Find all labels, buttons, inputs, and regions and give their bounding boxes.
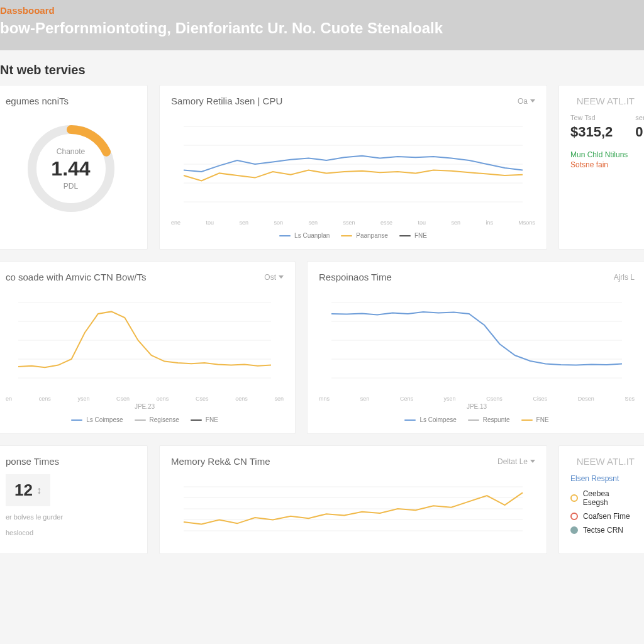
mem-title: Memory Rek& CN Time [171,456,270,467]
chevron-right-icon [530,99,535,103]
times-note2: heslocod [6,528,136,538]
mem-chart [171,474,535,543]
stats-title: NEEW ATL.IT [577,96,635,106]
page-title: bow-Perfornmiontoting, Dienforiantc Ur. … [0,19,636,37]
stats-card: NEEW ATL.IT Tew Tsd $315,2 sen 0, Mun Ch… [558,85,644,250]
section-title: Nt web tervies [0,50,644,85]
resp-title: Respoinaos Time [319,272,392,282]
times-card: ponse Times 12↕ er bolves le gurder hesl… [0,445,148,554]
times-note: er bolves le gurder [6,513,136,522]
ctn-action[interactable]: Ost [264,273,284,282]
mem-action[interactable]: Deltat Le [497,457,535,466]
resp-chart-card: Respoinaos Time Ajrls L mnssenCensysenCs… [307,261,644,434]
chevron-right-icon [530,460,535,463]
stat-label: sen [635,114,644,121]
status-dot-icon [570,513,578,520]
gauge-label-top: Chanote [57,147,85,156]
status-dot-icon [570,494,578,502]
resp-caption: JPE.13 [319,403,635,410]
stat-value: 0, [635,124,644,140]
gauge: Chanote 1.44 PDL [24,121,118,216]
status-err: Sotsne fain [570,160,635,169]
ctn-legend: Ls CoimpeseRegisenseFNE [6,416,284,423]
status-dot-icon [570,526,578,534]
times-title: ponse Times [6,456,59,467]
resp-chart: mnssenCensysenCsensCisesDesenSes [319,290,635,402]
chevron-right-icon [279,275,284,279]
gauge-label-bottom: PDL [64,182,78,191]
ctn-chart: encensysenCsenoensCsesoenssen [6,290,284,402]
stat-value: $315,2 [570,124,613,140]
cpu-chart-card: Samory Retilia Jsen | CPU Oa enetousenso… [159,85,547,250]
alert-item[interactable]: Coafsen Fime [570,512,635,521]
breadcrumb[interactable]: Dassbooard [0,5,636,16]
alerts-title: NEEW ATL.IT [577,456,635,467]
gauge-card: egumes ncniTs Chanote 1.44 PDL [0,85,148,250]
times-value: 12↕ [6,474,50,506]
alert-item[interactable]: Tectse CRN [570,526,635,535]
ctn-chart-card: co soade with Amvic CTN Bow/Ts Ost encen… [0,261,296,434]
ctn-title: co soade with Amvic CTN Bow/Ts [6,272,146,282]
resp-action[interactable]: Ajrls L [614,273,635,282]
alerts-heading: Elsen Respsnt [570,474,635,483]
alert-item[interactable]: Ceebea Esegsh [570,489,635,507]
status-ok: Mun Chld Ntiluns [570,150,635,159]
cpu-legend: Ls CuanplanPaanpanseFNE [171,232,535,239]
sort-icon: ↕ [36,485,42,496]
alerts-card: NEEW ATL.IT Elsen Respsnt Ceebea Esegsh … [558,445,644,554]
mem-chart-card: Memory Rek& CN Time Deltat Le [159,445,547,554]
resp-legend: Ls CoimpeseRespunteFNE [319,416,635,423]
stat-label: Tew Tsd [570,114,613,121]
gauge-value: 1.44 [51,157,90,180]
cpu-chart: enetousensonsenssenessetouseninsMsons [171,114,535,226]
page-header: Dassbooard bow-Perfornmiontoting, Dienfo… [0,0,644,50]
gauge-title: egumes ncniTs [6,96,69,106]
ctn-caption: JPE.23 [6,403,284,410]
cpu-title: Samory Retilia Jsen | CPU [171,96,282,106]
cpu-action[interactable]: Oa [518,97,535,106]
